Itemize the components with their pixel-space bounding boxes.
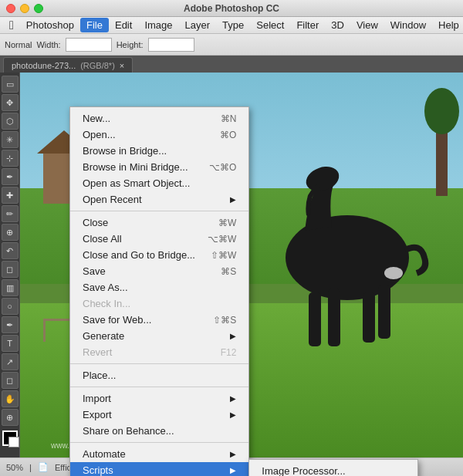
menu-smart-object[interactable]: Open as Smart Object... [70, 175, 248, 191]
file-menu-container: New... ⌘N Open... ⌘O Browse in Bridge...… [69, 106, 249, 476]
menu-view[interactable]: View [350, 18, 384, 32]
menu-overlay: New... ⌘N Open... ⌘O Browse in Bridge...… [0, 106, 249, 476]
menu-save[interactable]: Save ⌘S [70, 263, 248, 279]
menu-import[interactable]: Import ▶ [70, 390, 248, 407]
menu-revert: Revert F12 [70, 344, 248, 360]
doc-tab-bar: photodune-273... (RGB/8*) × [0, 56, 463, 73]
menu-browse-mini[interactable]: Browse in Mini Bridge... ⌥⌘O [70, 159, 248, 175]
menu-save-as[interactable]: Save As... [70, 279, 248, 295]
menu-share-behance[interactable]: Share on Behance... [70, 423, 248, 439]
menu-open-recent[interactable]: Open Recent ▶ [70, 191, 248, 208]
svg-rect-3 [328, 289, 340, 346]
sep2 [70, 363, 248, 364]
menu-help[interactable]: Help [432, 18, 463, 32]
menu-edit[interactable]: Edit [109, 18, 138, 32]
menu-place[interactable]: Place... [70, 367, 248, 383]
sep3 [70, 387, 248, 387]
menu-image[interactable]: Image [138, 18, 178, 32]
menu-3d[interactable]: 3D [325, 18, 350, 32]
horse-silhouette [247, 119, 432, 366]
menu-filter[interactable]: Filter [290, 18, 325, 32]
menu-layer[interactable]: Layer [179, 18, 217, 32]
menu-new[interactable]: New... ⌘N [70, 110, 248, 127]
menu-bar:  Photoshop File Edit Image Layer Type S… [0, 17, 463, 34]
options-height-label: Height: [117, 40, 144, 49]
menu-scripts[interactable]: Scripts ▶ Image Processor... Delete All … [70, 462, 248, 476]
workspace: ▭ ✥ ⬡ ✳ ⊹ ✒ ✚ ✏ ⊕ ↶ ◻ ▥ ○ ✒ T ↗ ◻ ✋ ⊕ [0, 73, 463, 457]
menu-open[interactable]: Open... ⌘O [70, 127, 248, 143]
svg-rect-4 [363, 292, 375, 343]
traffic-lights [6, 4, 43, 13]
doc-tab-label: photodune-273... [12, 61, 76, 70]
svg-rect-2 [309, 292, 321, 346]
tree-foliage [424, 88, 459, 134]
title-bar: Adobe Photoshop CC [0, 0, 463, 17]
menu-export[interactable]: Export ▶ [70, 407, 248, 423]
menu-photoshop[interactable]: Photoshop [20, 18, 80, 32]
minimize-button[interactable] [20, 4, 29, 13]
menu-type[interactable]: Type [216, 18, 250, 32]
maximize-button[interactable] [34, 4, 43, 13]
svg-point-0 [286, 215, 409, 300]
menu-automate[interactable]: Automate ▶ [70, 446, 248, 462]
menu-close-bridge[interactable]: Close and Go to Bridge... ⇧⌘W [70, 247, 248, 263]
menu-browse-bridge[interactable]: Browse in Bridge... [70, 143, 248, 159]
file-dropdown: New... ⌘N Open... ⌘O Browse in Bridge...… [69, 106, 249, 476]
options-height-input[interactable] [148, 38, 194, 52]
svg-point-6 [384, 267, 403, 279]
scripts-submenu: Image Processor... Delete All Empty Laye… [248, 459, 418, 476]
doc-tab-close[interactable]: × [120, 61, 124, 70]
scripts-image-processor[interactable]: Image Processor... [249, 463, 417, 476]
menu-window[interactable]: Window [384, 18, 432, 32]
sep4 [70, 442, 248, 443]
options-bar: Normal Width: Height: [0, 34, 463, 56]
menu-check-in: Check In... [70, 295, 248, 312]
doc-tab[interactable]: photodune-273... (RGB/8*) × [3, 57, 133, 73]
menu-generate[interactable]: Generate ▶ [70, 328, 248, 344]
menu-file[interactable]: File [80, 18, 109, 32]
tool-marquee[interactable]: ▭ [2, 76, 19, 93]
sep1 [70, 211, 248, 211]
options-mode-label: Normal [5, 40, 32, 49]
doc-tab-info: (RGB/8*) [80, 61, 115, 70]
menu-close[interactable]: Close ⌘W [70, 214, 248, 231]
app-title: Adobe Photoshop CC [184, 3, 279, 14]
menu-save-web[interactable]: Save for Web... ⇧⌘S [70, 312, 248, 328]
menu-select[interactable]: Select [250, 18, 290, 32]
options-width-input[interactable] [66, 38, 112, 52]
close-button[interactable] [6, 4, 15, 13]
svg-rect-5 [378, 285, 390, 339]
options-width-label: Width: [36, 40, 60, 49]
svg-point-1 [302, 162, 343, 195]
menu-close-all[interactable]: Close All ⌥⌘W [70, 231, 248, 247]
menu-apple[interactable]:  [3, 17, 20, 34]
